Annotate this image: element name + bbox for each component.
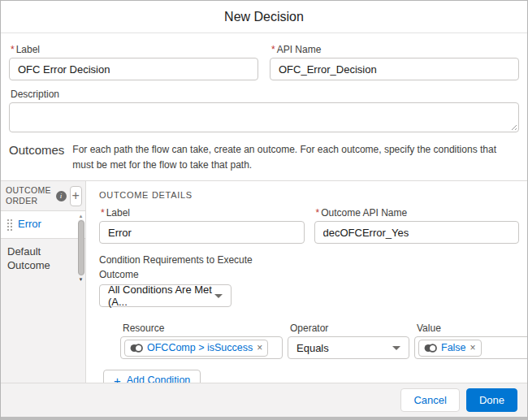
value-label: Value	[414, 323, 527, 334]
required-asterisk: *	[101, 207, 105, 219]
scrollbar-thumb[interactable]	[78, 220, 84, 275]
condition-requirements-select[interactable]: All Conditions Are Met (A...	[99, 284, 232, 307]
outcome-list-item-default[interactable]: Default Outcome	[1, 239, 85, 279]
label-input[interactable]	[9, 58, 258, 80]
description-field-group: Description	[9, 89, 519, 132]
label-field-group: *Label	[9, 44, 258, 80]
api-name-field-label: *API Name	[270, 44, 519, 55]
required-asterisk: *	[11, 44, 15, 55]
outcome-item-label: Default Outcome	[7, 245, 74, 273]
operator-label: Operator	[288, 323, 409, 334]
api-name-input[interactable]	[270, 58, 519, 80]
modal-header: New Decision	[1, 1, 527, 33]
label-field-label: *Label	[9, 44, 258, 55]
resource-label: Resource	[120, 323, 283, 334]
value-column: Value False ×	[414, 323, 527, 359]
value-pill-label: False	[441, 342, 466, 353]
chevron-down-icon	[392, 346, 400, 350]
condition-requirements-label: Condition Requirements to Execute Outcom…	[99, 253, 286, 282]
operator-value: Equals	[296, 342, 329, 354]
drag-handle-icon[interactable]	[7, 219, 12, 231]
outcomes-description: For each path the flow can take, create …	[72, 142, 519, 172]
add-condition-label: Add Condition	[127, 375, 191, 383]
add-condition-button[interactable]: + Add Condition	[103, 370, 201, 383]
resource-input[interactable]: OFCComp > isSuccess ×	[120, 336, 283, 359]
outcome-order-sidebar: OUTCOME ORDER i + Error Default Outcome …	[1, 181, 86, 383]
done-button[interactable]: Done	[466, 388, 517, 412]
outcome-api-name-field-label: *Outcome API Name	[314, 207, 520, 219]
outcome-api-name-input[interactable]	[314, 221, 520, 244]
modal-footer: Cancel Done	[1, 383, 527, 417]
value-pill[interactable]: False ×	[418, 340, 482, 357]
outcomes-heading: Outcomes	[9, 142, 64, 157]
outcome-list-scrollbar[interactable]: ▲ ▼	[77, 213, 84, 283]
outcome-label-input[interactable]	[99, 221, 305, 244]
outcome-list: Error Default Outcome ▲ ▼	[1, 211, 85, 286]
resource-pill[interactable]: OFCComp > isSuccess ×	[124, 340, 268, 357]
add-outcome-button[interactable]: +	[70, 186, 82, 206]
operator-select[interactable]: Equals	[288, 336, 409, 359]
operator-column: Operator Equals	[288, 323, 409, 359]
plus-icon: +	[114, 375, 121, 383]
resource-pill-label: OFCComp > isSuccess	[147, 342, 253, 353]
outcome-order-header: OUTCOME ORDER i +	[1, 181, 85, 211]
outcome-details-panel: OUTCOME DETAILS *Label *Outcome API Name…	[86, 181, 527, 383]
outcome-label-field-label: *Label	[99, 207, 305, 219]
api-name-field-group: *API Name	[270, 44, 519, 80]
description-field-label: Description	[9, 89, 519, 100]
outcome-area: OUTCOME ORDER i + Error Default Outcome …	[1, 180, 527, 383]
decision-form: *Label *API Name Description	[1, 33, 527, 132]
info-icon[interactable]: i	[56, 191, 67, 201]
outcomes-intro: Outcomes For each path the flow can take…	[1, 132, 527, 180]
required-asterisk: *	[271, 44, 275, 55]
scrollbar-track[interactable]	[78, 219, 84, 276]
boolean-resource-icon	[424, 343, 437, 353]
outcome-list-item-error[interactable]: Error	[1, 211, 85, 239]
scroll-up-icon[interactable]: ▲	[79, 213, 84, 219]
condition-requirements-value: All Conditions Are Met (A...	[108, 284, 214, 308]
cancel-button[interactable]: Cancel	[400, 388, 459, 412]
boolean-resource-icon	[130, 343, 143, 353]
condition-row: Resource OFCComp > isSuccess × Operator	[120, 323, 519, 359]
chevron-down-icon	[214, 294, 223, 298]
scroll-down-icon[interactable]: ▼	[79, 276, 84, 283]
resource-column: Resource OFCComp > isSuccess ×	[120, 323, 283, 359]
new-decision-modal: New Decision *Label *API Name Descriptio…	[0, 0, 528, 420]
outcome-api-name-field-group: *Outcome API Name	[314, 207, 520, 244]
remove-pill-icon[interactable]: ×	[257, 343, 262, 353]
outcome-details-heading: OUTCOME DETAILS	[99, 190, 519, 200]
outcome-label-field-group: *Label	[99, 207, 305, 244]
modal-title: New Decision	[224, 10, 304, 24]
outcome-order-heading: OUTCOME ORDER	[6, 185, 53, 206]
remove-pill-icon[interactable]: ×	[470, 343, 476, 353]
value-input[interactable]: False ×	[414, 336, 527, 359]
description-textarea[interactable]	[9, 102, 519, 132]
outcome-item-label: Error	[18, 218, 41, 232]
required-asterisk: *	[316, 207, 320, 219]
